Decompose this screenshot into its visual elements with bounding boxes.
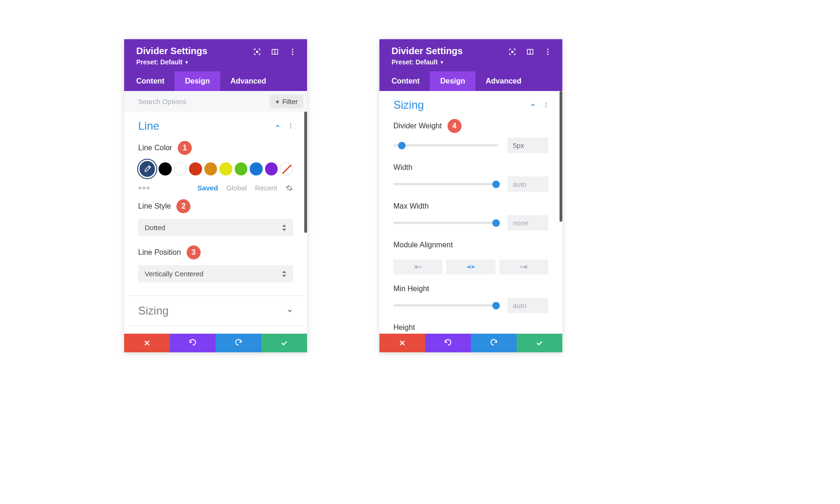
chevron-up-icon[interactable] [530,102,536,108]
color-swatch[interactable] [174,162,187,175]
line-position-label: Line Position [138,248,181,257]
tab-advanced[interactable]: Advanced [476,71,535,91]
kebab-menu-icon[interactable] [543,102,549,108]
scrollbar[interactable] [560,91,562,222]
focus-icon[interactable] [253,48,261,56]
panel-header: Divider Settings Preset: Default ▼ [379,39,562,71]
preset-dropdown[interactable]: Preset: Default ▼ [392,58,462,66]
color-swatch[interactable] [204,162,217,175]
filter-label: Filter [282,98,298,105]
search-row: + Filter [124,91,307,112]
kebab-menu-icon[interactable] [288,48,297,56]
chevron-up-icon[interactable] [274,123,281,129]
preset-value: Default [160,58,182,66]
undo-button[interactable] [170,334,216,352]
kebab-menu-icon[interactable] [544,48,552,56]
line-style-select[interactable]: Dotted [138,219,293,236]
settings-panel-line: Divider Settings Preset: Default ▼ Conte… [124,39,307,352]
svg-rect-15 [512,51,513,53]
line-position-select[interactable]: Vertically Centered [138,265,293,282]
align-center-button[interactable] [446,259,495,274]
min-height-slider[interactable] [393,304,498,307]
header-left: Divider Settings Preset: Default ▼ [136,46,207,66]
columns-icon[interactable] [271,48,279,56]
undo-button[interactable] [425,334,471,352]
chevron-down-icon [287,308,293,314]
svg-point-6 [290,124,291,125]
palette-tab-saved[interactable]: Saved [197,184,218,192]
color-swatch[interactable] [189,162,202,175]
svg-point-22 [546,105,546,105]
palette-tab-global[interactable]: Global [226,184,246,192]
spacing-section-collapsed[interactable]: Spacing [124,326,307,334]
tabs: Content Design Advanced [379,71,562,91]
weight-value[interactable]: 5px [507,138,548,153]
line-position-label-row: Line Position 3 [138,245,293,259]
tab-design[interactable]: Design [175,71,220,91]
line-position-field: Line Position 3 [124,242,307,261]
width-slider[interactable] [393,183,498,185]
svg-point-23 [546,106,546,107]
header-actions [508,48,552,56]
caret-down-icon: ▼ [440,60,444,65]
cancel-button[interactable] [124,334,170,352]
svg-marker-10 [282,229,286,231]
align-left-button[interactable] [393,259,442,274]
color-swatch[interactable] [159,162,172,175]
svg-point-7 [290,126,291,126]
focus-icon[interactable] [508,48,517,56]
redo-button[interactable] [471,334,517,352]
panel-footer [124,334,307,352]
preset-value: Default [415,58,437,66]
save-button[interactable] [261,334,307,352]
color-swatch[interactable] [265,162,278,175]
annotation-badge-3: 3 [187,245,201,259]
sizing-section-collapsed[interactable]: Sizing [124,295,307,326]
tab-content[interactable]: Content [124,71,175,91]
sizing-section-header[interactable]: Sizing [379,91,562,116]
slider-thumb[interactable] [492,302,500,309]
min-height-value[interactable]: auto [507,298,548,313]
filter-button[interactable]: + Filter [270,95,303,108]
align-right-button[interactable] [499,259,548,274]
line-section-header[interactable]: Line [124,112,307,137]
preset-label: Preset: [392,58,413,66]
slider-thumb[interactable] [492,181,500,188]
tab-advanced[interactable]: Advanced [220,71,280,91]
annotation-badge-2: 2 [176,199,190,213]
eyedropper-button[interactable] [138,160,156,178]
palette-tab-recent[interactable]: Recent [255,184,277,192]
width-value[interactable]: auto [507,176,548,192]
cancel-button[interactable] [379,334,425,352]
tab-design[interactable]: Design [430,71,475,91]
kebab-menu-icon[interactable] [287,123,294,129]
weight-slider[interactable] [393,144,498,147]
gear-icon[interactable] [286,184,293,192]
palette-tabs-row: ••• Saved Global Recent [124,181,307,196]
panel-title: Divider Settings [392,46,462,56]
preset-dropdown[interactable]: Preset: Default ▼ [136,58,207,66]
search-input[interactable] [137,97,270,106]
section-header-icons [274,123,294,129]
redo-button[interactable] [216,334,261,352]
color-swatch[interactable] [235,162,248,175]
tab-content[interactable]: Content [379,71,430,91]
max-width-slider[interactable] [393,222,498,224]
svg-marker-11 [282,271,286,273]
svg-marker-12 [282,275,286,277]
max-width-field: Max Width none [379,199,562,232]
max-width-value[interactable]: none [507,215,548,231]
color-swatch-transparent[interactable] [280,162,293,175]
scrollbar[interactable] [304,112,307,233]
svg-point-18 [547,49,549,50]
color-swatch[interactable] [250,162,263,175]
more-dots-icon[interactable]: ••• [138,186,150,190]
header-actions [253,48,297,56]
slider-thumb[interactable] [398,142,406,149]
columns-icon[interactable] [526,48,534,56]
color-swatch[interactable] [219,162,232,175]
slider-thumb[interactable] [492,219,500,227]
svg-point-20 [547,54,549,55]
save-button[interactable] [517,334,562,352]
svg-point-21 [546,103,546,104]
